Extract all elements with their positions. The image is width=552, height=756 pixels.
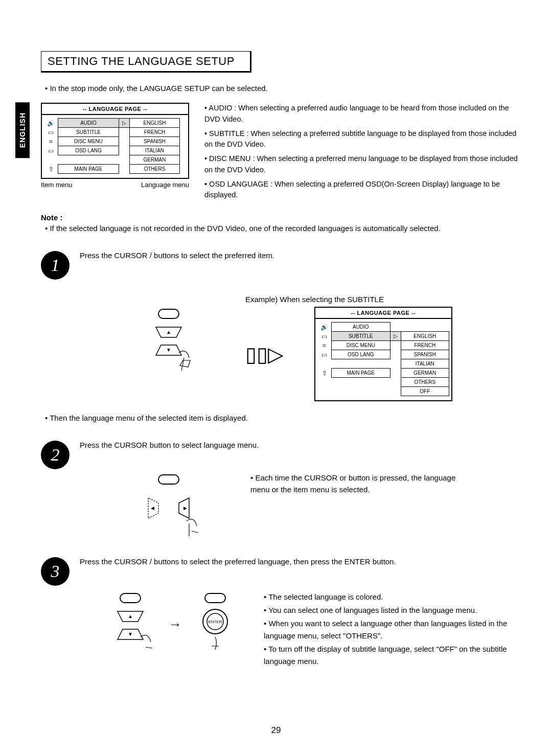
svg-text:▶: ▶	[183, 506, 187, 511]
lang-italian-2: ITALIAN	[401, 359, 449, 369]
lang-spanish: SPANISH	[130, 137, 180, 146]
step3-note-3: • To turn off the display of subtitle la…	[264, 643, 521, 668]
description-list: • AUDIO : When selecting a preferred aud…	[204, 103, 521, 204]
step-3-text: Press the CURSOR / buttons to select the…	[80, 557, 521, 566]
lang-english: ENGLISH	[130, 119, 180, 128]
desc-subtitle: • SUBTITLE : When selecting a preferred …	[204, 128, 521, 151]
item-audio-2: AUDIO	[332, 323, 390, 332]
disc-menu-icon: ⌗	[49, 138, 53, 145]
intro-bullet: • In the stop mode only, the LANGUAGE SE…	[45, 84, 521, 93]
lang-others: OTHERS	[130, 165, 180, 174]
note-heading: Note :	[41, 213, 521, 222]
page-content: SETTING THE LANGUAGE SETUP • In the stop…	[41, 51, 521, 669]
remote-cursor-up-down-icon: ▲ ▼	[123, 307, 215, 373]
return-icon: ⇧	[322, 370, 327, 377]
lang-french: FRENCH	[130, 128, 180, 137]
audio-icon: 🔊	[320, 324, 328, 331]
step3-note-0: • The selected language is colored.	[264, 591, 521, 603]
desc-discmenu: • DISC MENU : When selecting a preferred…	[204, 153, 521, 176]
language-page-menu-2: -- LANGUAGE PAGE -- 🔊 AUDIO ▭ SUBTITLE ▷…	[314, 307, 452, 401]
menu-header: -- LANGUAGE PAGE --	[42, 104, 188, 115]
lang-german-2: GERMAN	[401, 369, 449, 378]
svg-rect-0	[158, 309, 179, 318]
osd-icon: ▭	[321, 351, 327, 358]
arrow-right-icon: →	[169, 616, 182, 632]
svg-text:▲: ▲	[128, 613, 133, 619]
item-osdlang: OSD LANG	[58, 146, 119, 155]
return-icon: ⇧	[49, 166, 54, 173]
item-subtitle-2: SUBTITLE	[332, 332, 390, 341]
lang-others-2: OTHERS	[401, 378, 449, 387]
svg-text:▼: ▼	[166, 347, 171, 353]
note-body: • If the selected language is not record…	[45, 224, 521, 233]
item-osdlang-2: OSD LANG	[332, 350, 390, 359]
item-subtitle: SUBTITLE	[58, 128, 119, 137]
item-audio: AUDIO	[58, 119, 119, 128]
svg-rect-3	[158, 475, 179, 484]
disc-menu-icon: ⌗	[323, 342, 326, 349]
example-label: Example) When selecting the SUBTITLE	[245, 295, 521, 304]
step3-note-1: • You can select one of languages listed…	[264, 604, 521, 616]
subtitle-icon: ▭	[321, 333, 327, 340]
step-2-text: Press the CURSOR button to select langua…	[80, 441, 521, 449]
svg-text:◀: ◀	[151, 506, 154, 511]
svg-rect-6	[120, 593, 141, 603]
step-3-badge: 3	[41, 557, 70, 586]
lang-spanish-2: SPANISH	[401, 350, 449, 359]
svg-rect-9	[205, 593, 225, 603]
arrow-right-icon: ▯▯▷	[245, 342, 284, 366]
menu-header-2: -- LANGUAGE PAGE --	[315, 308, 451, 319]
item-mainpage: MAIN PAGE	[58, 165, 119, 174]
chevron-right-icon: ▷	[390, 332, 401, 341]
chevron-right-icon: ▷	[119, 119, 130, 128]
language-tab: ENGLISH	[15, 102, 30, 158]
svg-text:▲: ▲	[166, 329, 171, 335]
subtitle-icon: ▭	[48, 129, 54, 136]
step-1-text: Press the CURSOR / buttons to select the…	[80, 251, 521, 260]
lang-off: OFF	[401, 387, 449, 396]
lang-english-2: ENGLISH	[401, 332, 449, 341]
desc-osd: • OSD LANGUAGE : When selecting a prefer…	[204, 179, 521, 201]
remote-cursor-up-down-icon: ▲ ▼	[97, 591, 164, 657]
audio-icon: 🔊	[47, 120, 55, 127]
language-menu-label: Language menu	[141, 181, 189, 189]
desc-audio: • AUDIO : When selecting a preferred aud…	[204, 103, 521, 125]
menu-table-1: 🔊 AUDIO ▷ ENGLISH ▭ SUBTITLE FRENCH	[44, 118, 186, 174]
item-mainpage-2: MAIN PAGE	[332, 369, 390, 378]
lang-italian: ITALIAN	[130, 146, 180, 155]
step-2-note: • Each time the CURSOR or button is pres…	[250, 472, 465, 495]
remote-cursor-right-icon: ◀ ▶	[123, 472, 215, 539]
item-discmenu-2: DISC MENU	[332, 341, 390, 350]
language-page-menu-1: -- LANGUAGE PAGE -- 🔊 AUDIO ▷ ENGLISH ▭ …	[41, 103, 189, 179]
step-3-notes: • The selected language is colored. • Yo…	[264, 591, 521, 669]
step1-after: • Then the language menu of the selected…	[45, 414, 521, 422]
step3-note-2: • When you want to select a language oth…	[264, 617, 521, 642]
item-menu-label: Item menu	[41, 181, 72, 189]
section-title: SETTING THE LANGUAGE SETUP	[41, 51, 251, 73]
lang-french-2: FRENCH	[401, 341, 449, 350]
step-1-badge: 1	[41, 251, 70, 280]
step-2-badge: 2	[41, 441, 70, 469]
svg-text:▼: ▼	[128, 631, 133, 637]
enter-label: ENTER	[208, 620, 222, 624]
item-discmenu: DISC MENU	[58, 137, 119, 146]
osd-icon: ▭	[48, 147, 54, 154]
lang-german: GERMAN	[130, 155, 180, 165]
page-number: 29	[0, 725, 552, 736]
remote-enter-button-icon: ENTER	[187, 591, 243, 657]
